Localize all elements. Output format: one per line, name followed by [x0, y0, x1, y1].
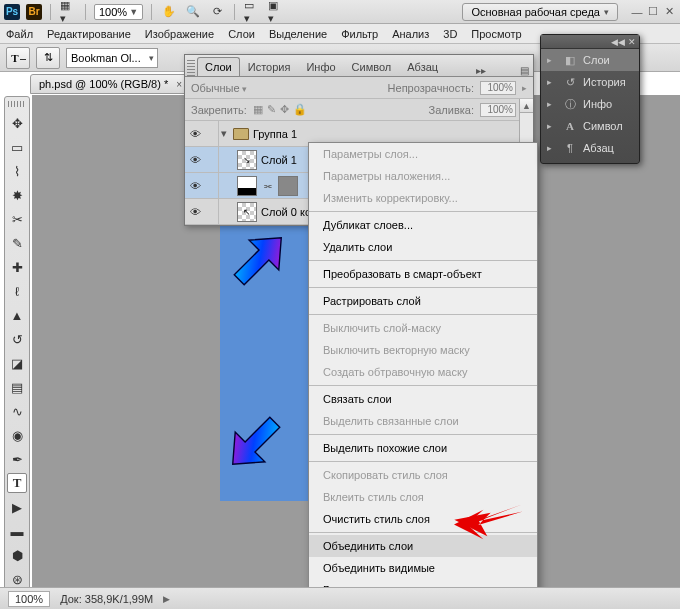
- pen-tool[interactable]: ✒: [7, 449, 27, 469]
- panel-grip[interactable]: [187, 58, 195, 76]
- layer-name[interactable]: Группа 1: [253, 128, 297, 140]
- menu-image[interactable]: Изображение: [145, 28, 214, 40]
- path-select-tool[interactable]: ▶: [7, 497, 27, 517]
- shape-tool[interactable]: ▬: [7, 521, 27, 541]
- mask-link-icon[interactable]: ⫘: [263, 181, 272, 191]
- 3d-tool[interactable]: ⬢: [7, 545, 27, 565]
- gradient-tool[interactable]: ▤: [7, 377, 27, 397]
- launch-mini-bridge-icon[interactable]: ▦ ▾: [59, 3, 77, 21]
- fill-field[interactable]: [480, 103, 516, 117]
- context-menu-item[interactable]: Дубликат слоев...: [309, 214, 537, 236]
- context-menu-item: Изменить корректировку...: [309, 187, 537, 209]
- lock-all-icon[interactable]: 🔒: [293, 103, 307, 116]
- link-col: [205, 173, 219, 198]
- arrange-documents-icon[interactable]: ▭ ▾: [243, 3, 261, 21]
- opacity-field[interactable]: [480, 81, 516, 95]
- quick-select-tool[interactable]: ✸: [7, 185, 27, 205]
- dock-item-history[interactable]: ▸↺История: [541, 71, 639, 93]
- disclosure-triangle-icon[interactable]: ▾: [221, 127, 227, 140]
- lock-buttons: ▦ ✎ ✥ 🔒: [253, 103, 307, 116]
- menu-3d[interactable]: 3D: [443, 28, 457, 40]
- font-family-dropdown[interactable]: Bookman Ol...: [66, 48, 158, 68]
- clone-stamp-tool[interactable]: ▲: [7, 305, 27, 325]
- opacity-flyout-icon[interactable]: ▸: [522, 83, 527, 93]
- document-tab[interactable]: ph.psd @ 100% (RGB/8) * ×: [30, 74, 187, 94]
- layer-mask-thumbnail[interactable]: [278, 176, 298, 196]
- lasso-tool[interactable]: ⌇: [7, 161, 27, 181]
- panel-grip[interactable]: [8, 101, 26, 107]
- context-menu-item[interactable]: Связать слои: [309, 388, 537, 410]
- panel-tab-history[interactable]: История: [240, 57, 299, 76]
- collapsed-panels-dock: ◀◀ ✕ ▸◧Слои ▸↺История ▸ⓘИнфо ▸AСимвол ▸¶…: [540, 34, 640, 164]
- status-flyout-icon[interactable]: ▶: [163, 594, 170, 604]
- dock-item-character[interactable]: ▸AСимвол: [541, 115, 639, 137]
- context-menu-item[interactable]: Удалить слои: [309, 236, 537, 258]
- healing-brush-tool[interactable]: ✚: [7, 257, 27, 277]
- menu-file[interactable]: Файл: [6, 28, 33, 40]
- tool-preset-button[interactable]: T: [6, 47, 30, 69]
- menu-select[interactable]: Выделение: [269, 28, 327, 40]
- crop-tool[interactable]: ✂: [7, 209, 27, 229]
- menu-filter[interactable]: Фильтр: [341, 28, 378, 40]
- menu-layer[interactable]: Слои: [228, 28, 255, 40]
- workspace-switcher[interactable]: Основная рабочая среда▾: [462, 3, 618, 21]
- dock-item-info[interactable]: ▸ⓘИнфо: [541, 93, 639, 115]
- zoom-tool-icon[interactable]: 🔍: [184, 3, 202, 21]
- panel-tab-character[interactable]: Символ: [344, 57, 400, 76]
- text-orientation-button[interactable]: ⇅: [36, 47, 60, 69]
- panel-tab-layers[interactable]: Слои: [197, 57, 240, 76]
- rotate-view-icon[interactable]: ⟳: [208, 3, 226, 21]
- layer-name[interactable]: Слой 1: [261, 154, 297, 166]
- dodge-tool[interactable]: ◉: [7, 425, 27, 445]
- blend-mode-dropdown[interactable]: Обычные: [191, 82, 247, 94]
- type-tool[interactable]: T: [7, 473, 27, 493]
- visibility-toggle[interactable]: 👁: [185, 128, 205, 140]
- maximize-button[interactable]: ☐: [646, 5, 660, 19]
- scroll-up-icon[interactable]: ▲: [520, 99, 533, 113]
- panel-menu-icon[interactable]: ▤: [516, 65, 533, 76]
- lock-position-icon[interactable]: ✥: [280, 103, 289, 116]
- dock-item-paragraph[interactable]: ▸¶Абзац: [541, 137, 639, 159]
- hand-tool-icon[interactable]: ✋: [160, 3, 178, 21]
- dock-item-layers[interactable]: ▸◧Слои: [541, 49, 639, 71]
- close-dock-icon[interactable]: ✕: [628, 37, 636, 47]
- font-name: Bookman Ol...: [71, 52, 141, 64]
- expand-dock-icon[interactable]: ◀◀: [611, 37, 625, 47]
- close-document-icon[interactable]: ×: [176, 79, 182, 90]
- context-menu-item[interactable]: Растрировать слой: [309, 290, 537, 312]
- blur-tool[interactable]: ∿: [7, 401, 27, 421]
- bridge-icon[interactable]: Br: [26, 4, 42, 20]
- brush-tool[interactable]: ℓ: [7, 281, 27, 301]
- close-button[interactable]: ✕: [662, 5, 676, 19]
- collapse-icon[interactable]: ▸▸: [472, 65, 490, 76]
- context-menu-item[interactable]: Выделить похожие слои: [309, 437, 537, 459]
- move-tool[interactable]: ✥: [7, 113, 27, 133]
- visibility-toggle[interactable]: 👁: [185, 180, 205, 192]
- visibility-toggle[interactable]: 👁: [185, 154, 205, 166]
- eyedropper-tool[interactable]: ✎: [7, 233, 27, 253]
- lock-transparent-icon[interactable]: ▦: [253, 103, 263, 116]
- context-menu-item[interactable]: Объединить видимые: [309, 557, 537, 579]
- chevron-icon: ▸: [547, 143, 557, 153]
- menu-view[interactable]: Просмотр: [471, 28, 521, 40]
- marquee-tool[interactable]: ▭: [7, 137, 27, 157]
- panel-tab-paragraph[interactable]: Абзац: [399, 57, 446, 76]
- minimize-button[interactable]: —: [630, 5, 644, 19]
- lock-image-icon[interactable]: ✎: [267, 103, 276, 116]
- menu-separator: [309, 287, 537, 288]
- layer-thumbnail[interactable]: ↘: [237, 150, 257, 170]
- layer-thumbnail[interactable]: ↖: [237, 202, 257, 222]
- screen-mode-icon[interactable]: ▣ ▾: [267, 3, 285, 21]
- separator: [151, 4, 152, 20]
- history-brush-tool[interactable]: ↺: [7, 329, 27, 349]
- 3d-camera-tool[interactable]: ⊛: [7, 569, 27, 589]
- eraser-tool[interactable]: ◪: [7, 353, 27, 373]
- panel-tab-info[interactable]: Инфо: [298, 57, 343, 76]
- layer-thumbnail[interactable]: [237, 176, 257, 196]
- visibility-toggle[interactable]: 👁: [185, 206, 205, 218]
- context-menu-item[interactable]: Преобразовать в смарт-объект: [309, 263, 537, 285]
- status-zoom[interactable]: 100%: [8, 591, 50, 607]
- zoom-level-field[interactable]: 100%▼: [94, 4, 143, 20]
- menu-edit[interactable]: Редактирование: [47, 28, 131, 40]
- menu-analysis[interactable]: Анализ: [392, 28, 429, 40]
